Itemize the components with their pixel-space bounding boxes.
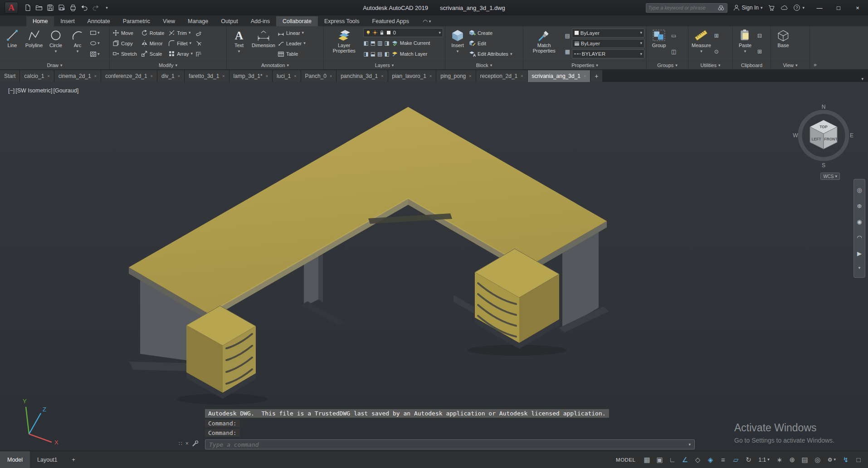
chevron-down-icon[interactable]: ▾ [858, 266, 861, 270]
sign-in-menu[interactable]: Sign In ▾ [733, 4, 763, 11]
annotation-visibility-icon[interactable]: ∗ [774, 454, 785, 466]
file-tab-overflow[interactable]: ▾ [857, 74, 868, 82]
open-file-button[interactable] [33, 2, 44, 14]
file-tab[interactable]: reception_2d_1× [476, 70, 528, 82]
file-tab[interactable]: lamp_3d_1*× [229, 70, 273, 82]
file-tab[interactable]: pian_lavoro_1× [388, 70, 437, 82]
3d-desk-model[interactable] [0, 82, 868, 451]
fillet-button[interactable]: Fillet▾ [168, 40, 193, 47]
plot-button[interactable] [67, 2, 78, 14]
array-button[interactable]: Array▾ [168, 50, 193, 57]
undo-button[interactable] [78, 2, 90, 14]
quick-properties-icon[interactable]: ▤ [799, 454, 811, 466]
close-tab-icon[interactable]: × [151, 74, 153, 78]
search-input[interactable] [649, 5, 716, 10]
compass-west[interactable]: W [793, 132, 798, 139]
close-tab-icon[interactable]: × [330, 74, 332, 78]
clipboard-panel-title[interactable]: Clipboard [733, 61, 770, 69]
ribbon-tab-home[interactable]: Home [26, 16, 54, 26]
layer-dropdown[interactable]: 0 ▾ [363, 28, 443, 37]
ribbon-tab-addins[interactable]: Add-ins [244, 16, 276, 26]
object-snap-icon[interactable]: ◈ [704, 454, 716, 466]
draw-panel-title[interactable]: Draw▾ [0, 61, 109, 69]
command-input-bar[interactable]: ▾ [205, 439, 695, 449]
copy-button[interactable]: Copy [112, 40, 137, 47]
ribbon-tab-manage[interactable]: Manage [181, 16, 215, 26]
new-drawing-tab-button[interactable]: + [590, 70, 602, 82]
properties-settings-icon[interactable]: ▦ [565, 49, 570, 54]
graphics-performance-icon[interactable]: ↯ [840, 454, 852, 466]
move-button[interactable]: Move [112, 29, 137, 36]
clean-screen-icon[interactable]: □ [853, 454, 864, 466]
file-tab[interactable]: calcio_1× [20, 70, 54, 82]
quick-calc-icon[interactable]: ⊞ [714, 33, 719, 39]
compass-north[interactable]: N [822, 104, 826, 110]
viewport-menu-control[interactable]: [−] [8, 87, 15, 94]
stretch-button[interactable]: Stretch [112, 50, 137, 57]
save-as-button[interactable] [56, 2, 67, 14]
explode-button[interactable] [195, 40, 202, 47]
linetype-dropdown[interactable]: BYLAYER ▾ [572, 49, 644, 58]
polar-tracking-icon[interactable]: ∠ [679, 454, 691, 466]
qat-customize-button[interactable]: ▾ [101, 2, 112, 14]
make-current-button[interactable]: Make Current [400, 40, 430, 46]
ribbon-tab-express-tools[interactable]: Express Tools [318, 16, 366, 26]
file-tab[interactable]: ping_pong× [436, 70, 476, 82]
close-tab-icon[interactable]: × [429, 74, 432, 78]
ribbon-tab-output[interactable]: Output [215, 16, 244, 26]
rectangle-button[interactable]: ▾ [90, 29, 100, 36]
file-tab-active[interactable]: scrivania_ang_3d_1× [528, 70, 591, 82]
compass-south[interactable]: S [822, 162, 825, 169]
showmotion-icon[interactable]: ▶ [857, 250, 862, 257]
linear-button[interactable]: Linear▾ [278, 28, 306, 38]
layers-panel-title[interactable]: Layers▾ [324, 61, 445, 69]
view-control[interactable]: [SW Isometric] [15, 87, 52, 94]
layer-unisolate-icon[interactable]: ⬓ [371, 51, 375, 57]
ribbon-overflow-icon[interactable]: » [814, 62, 817, 68]
ribbon-tab-collaborate[interactable]: Collaborate [276, 16, 318, 26]
match-properties-button[interactable]: Match Properties [525, 28, 563, 59]
scale-button[interactable]: Scale [141, 50, 164, 57]
group-edit-icon[interactable]: ◫ [671, 49, 676, 54]
layout1-tab[interactable]: Layout1 [30, 451, 64, 468]
model-viewport[interactable]: [−] [SW Isometric] [Gouraud] N E S W TOP… [0, 82, 868, 451]
ribbon-tab-insert[interactable]: Insert [54, 16, 81, 26]
groups-panel-title[interactable]: Groups▾ [647, 61, 688, 69]
steering-wheel-icon[interactable]: ◎ [857, 187, 862, 193]
utilities-panel-title[interactable]: Utilities▾ [688, 61, 732, 69]
properties-panel-title[interactable]: Properties▾ [523, 61, 646, 69]
paste-button[interactable]: Paste ▾ [735, 28, 756, 59]
pan-icon[interactable]: ⊕ [857, 203, 862, 209]
circle-button[interactable]: Circle ▾ [45, 28, 66, 59]
navigation-bar[interactable]: ◎ ⊕ ◉ ◠ ▶ ▾ [853, 179, 865, 278]
grid-icon[interactable]: ▦ [641, 454, 653, 466]
file-tab[interactable]: luci_1× [273, 70, 301, 82]
object-color-dropdown[interactable]: ByLayer ▾ [572, 29, 644, 38]
copy-clip-icon[interactable]: ⊞ [757, 49, 762, 54]
modify-panel-title[interactable]: Modify▾ [110, 61, 226, 69]
file-tab-start[interactable]: Start [0, 70, 20, 82]
file-tab[interactable]: faretto_3d_1× [185, 70, 229, 82]
recent-commands-icon[interactable]: ▾ [688, 443, 691, 447]
model-tab[interactable]: Model [0, 451, 30, 468]
close-tab-icon[interactable]: × [469, 74, 471, 78]
command-customize-wrench-icon[interactable] [192, 440, 199, 447]
arc-button[interactable]: Arc ▾ [67, 28, 88, 59]
autocad-logo[interactable]: A [5, 2, 18, 14]
view-panel-title[interactable]: View▾ [771, 61, 809, 69]
trim-button[interactable]: Trim▾ [168, 29, 193, 36]
autoscale-icon[interactable]: ⊕ [786, 454, 798, 466]
ribbon-display-toggle[interactable]: ◠ ▾ [423, 18, 431, 25]
layer-thaw-icon[interactable]: ▤ [377, 51, 382, 57]
isolate-objects-icon[interactable]: ◎ [812, 454, 824, 466]
layer-off-icon[interactable]: ◧ [363, 40, 368, 46]
group-button[interactable]: Group [649, 28, 669, 59]
command-grip-icon[interactable]: ∷ [179, 440, 182, 447]
snap-icon[interactable]: ▣ [653, 454, 665, 466]
connect-cloud-icon[interactable] [780, 4, 788, 11]
table-button[interactable]: Table [278, 49, 306, 59]
dimension-button[interactable]: Dimension [250, 28, 277, 59]
ellipse-button[interactable]: ▾ [90, 40, 100, 47]
command-input[interactable] [209, 441, 686, 448]
file-tab[interactable]: cinema_2d_1× [54, 70, 101, 82]
